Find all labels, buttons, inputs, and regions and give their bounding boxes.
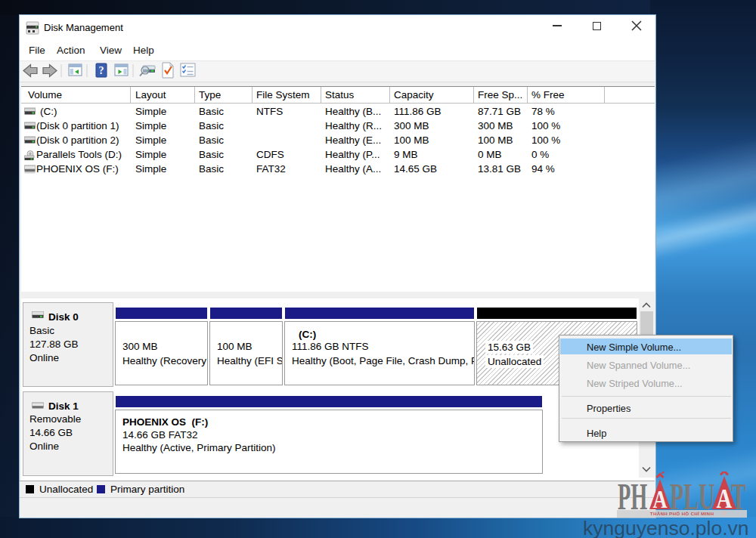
svg-text:A: A <box>652 486 667 513</box>
svg-text:?: ? <box>99 65 104 76</box>
